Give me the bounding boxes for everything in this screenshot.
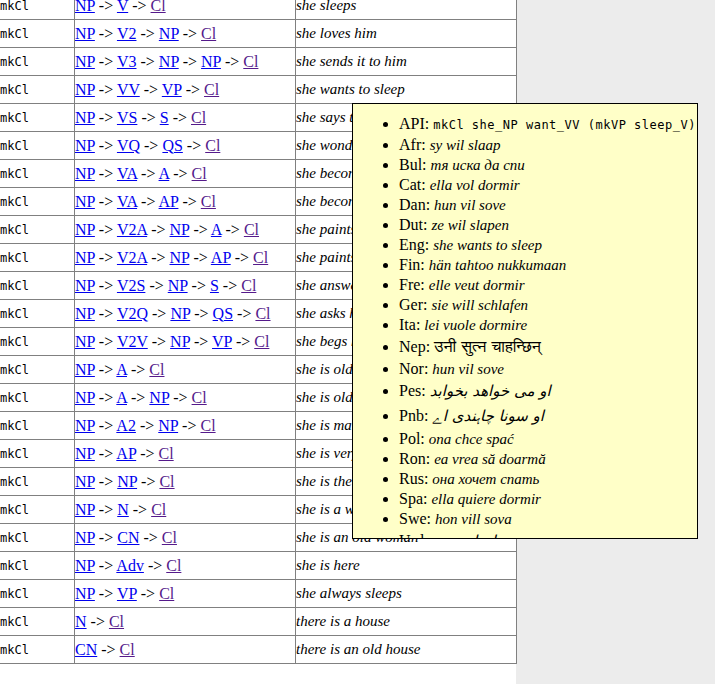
rule-link-cl[interactable]: Cl (244, 221, 259, 238)
rule-link-np[interactable]: NP (170, 249, 190, 266)
rule-link-adv[interactable]: Adv (116, 557, 144, 574)
rule-link-cl[interactable]: Cl (204, 81, 219, 98)
rule-link-v2q[interactable]: V2Q (117, 305, 148, 322)
rule-link-cl[interactable]: Cl (200, 417, 215, 434)
rule-link-np[interactable]: NP (75, 193, 95, 210)
rule-link-cl[interactable]: Cl (149, 361, 164, 378)
rule-link-np[interactable]: NP (75, 137, 95, 154)
rule-link-va[interactable]: VA (117, 165, 137, 182)
rule-link-cl[interactable]: Cl (243, 53, 258, 70)
rule-link-np[interactable]: NP (75, 585, 95, 602)
rule-link-cl[interactable]: Cl (166, 557, 181, 574)
rule-link-v2a[interactable]: V2A (117, 221, 147, 238)
rule-link-np[interactable]: NP (75, 361, 95, 378)
rule-link-np[interactable]: NP (75, 221, 95, 238)
rule-link-ap[interactable]: AP (159, 193, 179, 210)
rule-link-np[interactable]: NP (75, 249, 95, 266)
rule-link-vq[interactable]: VQ (117, 137, 140, 154)
rule-link-np[interactable]: NP (75, 529, 95, 546)
rule-link-ap[interactable]: AP (211, 249, 231, 266)
rule-link-cl[interactable]: Cl (151, 0, 166, 14)
rule-link-np[interactable]: NP (75, 109, 95, 126)
rule-link-np[interactable]: NP (75, 53, 95, 70)
translation-value: тя иска да спи (431, 157, 525, 173)
rule-link-vv[interactable]: VV (117, 81, 140, 98)
rule-link-np[interactable]: NP (201, 53, 221, 70)
rule-link-cn[interactable]: CN (75, 641, 97, 658)
example-cell: she always sleeps (296, 580, 517, 608)
rule-link-v[interactable]: V (117, 0, 128, 14)
rule-link-ap[interactable]: AP (116, 445, 136, 462)
rule-link-s[interactable]: S (210, 277, 219, 294)
rule-link-np[interactable]: NP (75, 333, 95, 350)
rule-link-a[interactable]: A (211, 221, 222, 238)
rule-link-n[interactable]: N (75, 613, 87, 630)
rule-link-cl[interactable]: Cl (201, 25, 216, 42)
rule-link-cl[interactable]: Cl (192, 165, 207, 182)
rule-link-s[interactable]: S (160, 109, 169, 126)
rule-link-vp[interactable]: VP (162, 81, 182, 98)
rule-link-cl[interactable]: Cl (254, 333, 269, 350)
rule-link-cl[interactable]: Cl (162, 529, 177, 546)
rule-link-np[interactable]: NP (75, 417, 95, 434)
rule-link-np[interactable]: NP (75, 25, 95, 42)
rule-link-np[interactable]: NP (75, 165, 95, 182)
example-cell: she wants to sleep (296, 76, 517, 104)
rule-link-np[interactable]: NP (158, 417, 178, 434)
rule-link-cl[interactable]: Cl (159, 473, 174, 490)
rule-link-qs[interactable]: QS (213, 305, 233, 322)
rule-link-cl[interactable]: Cl (159, 445, 174, 462)
rule-link-cl[interactable]: Cl (253, 249, 268, 266)
rule-link-qs[interactable]: QS (162, 137, 182, 154)
rule-link-cl[interactable]: Cl (120, 641, 135, 658)
rule-link-a[interactable]: A (116, 389, 127, 406)
function-name-cell: mkCl (0, 216, 75, 244)
rule-link-vp[interactable]: VP (212, 333, 232, 350)
rule-link-n[interactable]: N (117, 501, 129, 518)
rule-link-cl[interactable]: Cl (192, 389, 207, 406)
rule-link-v2v[interactable]: V2V (117, 333, 148, 350)
rule-link-np[interactable]: NP (75, 473, 95, 490)
rule-link-cl[interactable]: Cl (255, 305, 270, 322)
rule-link-np[interactable]: NP (75, 501, 95, 518)
rule-link-np[interactable]: NP (159, 25, 179, 42)
rule-link-np[interactable]: NP (117, 473, 137, 490)
rule-link-vp[interactable]: VP (117, 585, 137, 602)
rule-link-cl[interactable]: Cl (205, 137, 220, 154)
rule-link-a[interactable]: A (116, 361, 127, 378)
rule-link-np[interactable]: NP (159, 53, 179, 70)
rule-link-v3[interactable]: V3 (117, 53, 137, 70)
rule-link-cn[interactable]: CN (117, 529, 139, 546)
rule-link-v2a[interactable]: V2A (117, 249, 147, 266)
rule-link-a2[interactable]: A2 (116, 417, 136, 434)
rule-link-cl[interactable]: Cl (191, 109, 206, 126)
rule-link-np[interactable]: NP (75, 305, 95, 322)
rule-link-np[interactable]: NP (75, 389, 95, 406)
rule-link-np[interactable]: NP (149, 389, 169, 406)
arrow-separator: -> (137, 473, 159, 490)
translation-item: Dut: ze wil slapen (399, 215, 693, 235)
rule-link-cl[interactable]: Cl (159, 585, 174, 602)
translation-value: ella vol dormir (430, 177, 520, 193)
rule-link-np[interactable]: NP (170, 333, 190, 350)
rule-link-cl[interactable]: Cl (241, 277, 256, 294)
function-name-cell: mkCl (0, 104, 75, 132)
rule-link-np[interactable]: NP (75, 277, 95, 294)
rule-link-va[interactable]: VA (117, 193, 137, 210)
rule-link-np[interactable]: NP (75, 0, 95, 14)
rule-link-cl[interactable]: Cl (109, 613, 124, 630)
rule-link-vs[interactable]: VS (117, 109, 137, 126)
rule-link-np[interactable]: NP (75, 557, 95, 574)
arrow-separator: -> (148, 305, 170, 322)
rule-link-v2[interactable]: V2 (117, 25, 137, 42)
rule-link-cl[interactable]: Cl (151, 501, 166, 518)
rule-link-np[interactable]: NP (170, 221, 190, 238)
rule-link-cl[interactable]: Cl (201, 193, 216, 210)
rule-link-np[interactable]: NP (168, 277, 188, 294)
rule-link-np[interactable]: NP (75, 81, 95, 98)
rule-link-v2s[interactable]: V2S (117, 277, 145, 294)
rule-link-a[interactable]: A (159, 165, 170, 182)
translation-value: she wants to sleep (433, 237, 542, 253)
rule-link-np[interactable]: NP (170, 305, 190, 322)
rule-link-np[interactable]: NP (75, 445, 95, 462)
